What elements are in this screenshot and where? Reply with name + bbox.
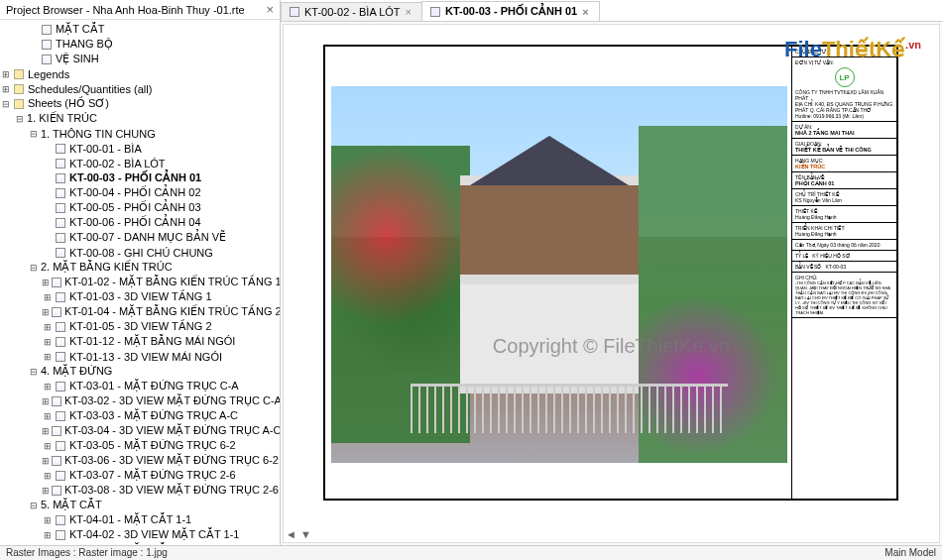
document-tab[interactable]: KT-00-03 - PHỐI CẢNH 01× [421,1,600,21]
close-icon[interactable]: × [582,6,588,18]
sheet-icon [52,395,61,407]
tree-item[interactable]: ⊞KT-03-03 - MẶT ĐỨNG TRỤC A-C [0,408,280,423]
collapse-icon[interactable]: ⊟ [28,262,39,273]
tree-item[interactable]: KT-00-01 - BÌA [0,141,280,156]
tree-item[interactable]: KT-00-08 - GHI CHÚ CHUNG [0,245,280,260]
tree-item[interactable]: ⊞KT-03-06 - 3D VIEW MẶT ĐỨNG TRỤC 6-2 [0,453,280,468]
collapse-icon[interactable]: ⊟ [14,113,25,124]
expand-icon[interactable]: ⊞ [0,83,11,94]
tree-item[interactable]: ⊟1. THÔNG TIN CHUNG [0,126,280,141]
tab-label: KT-00-03 - PHỐI CẢNH 01 [445,5,577,18]
project-tree[interactable]: MẶT CẮTTHANG BỘVỆ SINH⊞Legends⊞Schedules… [0,20,280,545]
tree-item[interactable]: ⊟Sheets (HỒ SƠ) [0,96,280,111]
sheet-icon [55,321,66,333]
expand-icon[interactable]: ⊞ [42,306,50,317]
tab-label: KT-00-02 - BÌA LÓT [304,6,401,18]
company-logo: LP [835,67,855,87]
expand-icon[interactable]: ⊞ [42,381,53,392]
tree-item[interactable]: ⊟2. MẶT BẰNG KIẾN TRÚC [0,260,280,275]
expand-icon[interactable]: ⊞ [42,277,50,287]
folder-icon [13,68,25,80]
tree-item[interactable]: ⊞KT-01-13 - 3D VIEW MÁI NGÓI [0,349,280,364]
sheet-icon [55,529,66,541]
main-viewport: KT-00-02 - BÌA LÓT×KT-00-03 - PHỐI CẢNH … [281,0,942,545]
tree-item[interactable]: ⊞KT-03-02 - 3D VIEW MẶT ĐỨNG TRỤC C-A [0,393,280,408]
expand-icon[interactable]: ⊞ [42,291,53,302]
tree-item[interactable]: ⊞KT-03-01 - MẶT ĐỨNG TRỤC C-A [0,379,280,393]
tree-item-label: KT-00-06 - PHỐI CẢNH 04 [69,216,201,229]
tree-item[interactable]: ⊞KT-01-02 - MẶT BẰNG KIẾN TRÚC TẦNG 1 [0,275,280,289]
tree-item[interactable]: KT-00-03 - PHỐI CẢNH 01 [0,170,280,185]
tb-giai-doan: GIAI ĐOẠN: THIẾT KẾ BẢN VẼ THI CÔNG [792,139,896,156]
expand-icon[interactable]: ⊞ [42,410,53,421]
tree-item[interactable]: ⊞KT-04-07 - MẶT CẮT 4-4 [0,542,280,545]
tree-item-label: KT-01-12 - MẶT BẰNG MÁI NGÓI [69,335,235,348]
tree-item[interactable]: ⊞KT-03-08 - 3D VIEW MẶT ĐỨNG TRỤC 2-6 [0,483,280,498]
chevron-down-icon[interactable]: ▼ [300,528,311,540]
tb-du-an: DỰ ÁN: NHÀ 2 TẦNG MAI THAI [792,122,896,139]
tree-item-label: KT-00-02 - BÌA LÓT [69,158,166,169]
floor-1 [460,284,639,384]
tree-item[interactable]: ⊞KT-03-05 - MẶT ĐỨNG TRỤC 6-2 [0,438,280,453]
tree-item[interactable]: KT-00-02 - BÌA LÓT [0,156,280,170]
tree-item[interactable]: ⊞KT-03-07 - MẶT ĐỨNG TRỤC 2-6 [0,468,280,483]
sheet-icon [52,455,61,467]
close-icon[interactable]: × [406,6,412,18]
tree-item-label: KT-03-07 - MẶT ĐỨNG TRỤC 2-6 [69,469,236,482]
tree-item[interactable]: ⊞KT-04-02 - 3D VIEW MẶT CẮT 1-1 [0,527,280,542]
tree-item[interactable]: ⊞KT-01-12 - MẶT BẰNG MÁI NGÓI [0,334,280,349]
tree-item[interactable]: ⊟5. MẶT CẮT [0,498,280,512]
expand-icon[interactable]: ⊞ [42,336,53,347]
collapse-icon[interactable]: ⊟ [28,500,39,510]
sheet-icon [52,485,61,497]
expand-icon[interactable]: ⊞ [42,470,53,481]
collapse-icon[interactable]: ⊟ [28,128,39,139]
tree-item[interactable]: VỆ SINH [0,52,280,66]
expand-icon[interactable]: ⊞ [42,440,53,451]
tree-item[interactable]: ⊞Schedules/Quantities (all) [0,81,280,96]
tree-item[interactable]: ⊞Legends [0,66,280,81]
sheet-icon [52,306,61,318]
collapse-icon[interactable]: ⊟ [0,98,11,109]
expand-icon[interactable]: ⊞ [42,529,53,540]
expand-icon[interactable]: ⊞ [42,425,50,436]
tree-item-label: KT-00-03 - PHỐI CẢNH 01 [69,171,201,184]
expand-icon[interactable]: ⊞ [42,544,53,545]
tree-item[interactable]: KT-00-05 - PHỐI CẢNH 03 [0,200,280,215]
expand-icon[interactable]: ⊞ [42,395,50,406]
expand-icon[interactable]: ⊞ [42,455,50,466]
document-tab[interactable]: KT-00-02 - BÌA LÓT× [281,2,422,21]
tree-item[interactable]: ⊞KT-01-05 - 3D VIEW TẦNG 2 [0,319,280,334]
view-nav-icons[interactable]: ◄ ▼ [286,528,311,540]
tree-item[interactable]: KT-00-07 - DANH MỤC BẢN VẼ [0,230,280,245]
tree-item[interactable]: THANG BỘ [0,37,280,52]
folder-icon [13,98,25,110]
sheet-icon [430,7,440,17]
expand-icon[interactable]: ⊞ [42,351,53,362]
expand-icon[interactable]: ⊞ [42,514,53,525]
fence [411,384,728,433]
collapse-icon[interactable]: ⊟ [28,366,39,377]
expand-icon[interactable]: ⊞ [42,321,53,332]
tree-item-label: 5. MẶT CẮT [41,499,102,511]
tree-item[interactable]: ⊟1. KIẾN TRÚC [0,111,280,126]
chevron-left-icon[interactable]: ◄ [286,528,296,540]
tree-item[interactable]: MẶT CẮT [0,22,280,37]
sheet-icon [55,544,66,546]
tree-item[interactable]: ⊞KT-03-04 - 3D VIEW MẶT ĐỨNG TRỤC A-C [0,423,280,438]
tb-tyle: TỶ LỆ KÝ HIỆU HỒ SƠ [792,251,896,262]
no-expander [28,54,39,64]
tree-item[interactable]: KT-00-06 - PHỐI CẢNH 04 [0,215,280,230]
tb-thiet-ke: THIẾT KẾ: Hoàng Đăng Hạnh [792,206,896,223]
expand-icon[interactable]: ⊞ [42,485,50,496]
tree-item[interactable]: ⊞KT-01-04 - MẶT BẰNG KIẾN TRÚC TẦNG 2 [0,304,280,319]
sheet-icon [55,351,66,363]
no-expander [42,247,53,258]
expand-icon[interactable]: ⊞ [0,68,11,79]
tree-item[interactable]: ⊟4. MẶT ĐỨNG [0,364,280,379]
close-icon[interactable]: × [266,2,274,17]
tree-item[interactable]: ⊞KT-01-03 - 3D VIEW TẦNG 1 [0,289,280,304]
drawing-canvas[interactable]: CHỦ ĐẦU TƯ: ĐƠN VỊ TƯ VẤN: LP CÔNG TY TN… [283,24,940,543]
tree-item[interactable]: KT-00-04 - PHỐI CẢNH 02 [0,185,280,200]
tree-item[interactable]: ⊞KT-04-01 - MẶT CẮT 1-1 [0,512,280,527]
